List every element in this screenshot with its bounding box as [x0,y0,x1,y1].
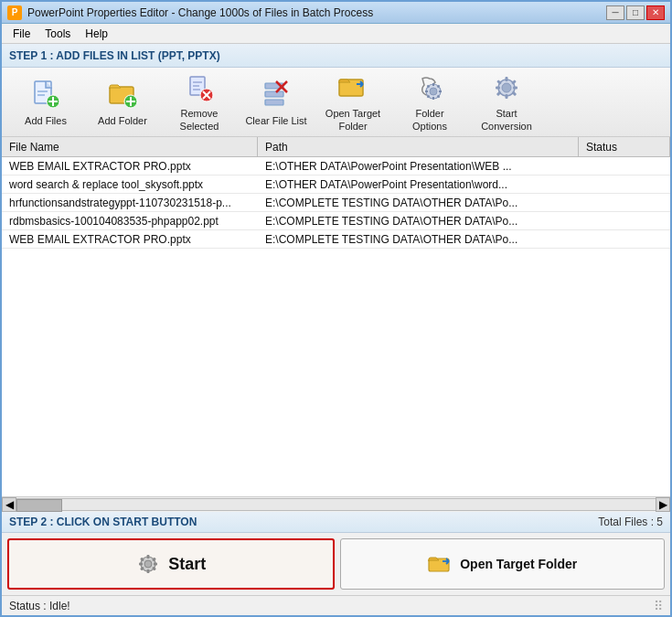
remove-selected-icon [181,71,218,104]
title-bar: P PowerPoint Properties Editor - Change … [2,2,670,24]
scroll-left-button[interactable]: ◀ [2,497,16,512]
status-bar: Status : Idle! ⠿ [2,595,670,615]
menu-file[interactable]: File [5,26,37,42]
table-row[interactable]: WEB EMAIL EXTRACTOR PRO.pptx E:\OTHER DA… [2,157,670,176]
add-folder-icon [104,77,141,112]
maximize-button[interactable]: □ [626,5,645,20]
cell-filename: word search & replace tool_skysoft.pptx [2,178,258,191]
step2-label: STEP 2 : CLICK ON START BUTTON [9,516,197,528]
remove-selected-button[interactable]: Remove Selected [163,72,236,133]
status-text: Status : Idle! [9,600,70,612]
svg-rect-49 [147,569,150,573]
scroll-right-button[interactable]: ▶ [656,497,670,512]
toolbar: Add Files Add Folder [2,68,670,137]
file-list-header: File Name Path Status [2,137,670,157]
table-row[interactable]: rdbmsbasics-100104083535-phpapp02.ppt E:… [2,212,670,230]
header-status: Status [579,137,670,156]
open-target-folder-button[interactable]: Open Target Folder [316,72,389,133]
open-target-folder-label: Open Target Folder [321,108,385,132]
svg-rect-50 [139,563,143,566]
menu-tools[interactable]: Tools [37,26,78,42]
scrollbar-thumb[interactable] [16,499,62,512]
svg-rect-18 [265,91,283,97]
cell-filename: WEB EMAIL EXTRACTOR PRO.pptx [2,233,258,246]
file-list-area: File Name Path Status WEB EMAIL EXTRACTO… [2,137,670,496]
open-target-folder-bottom-button[interactable]: Open Target Folder [340,538,666,590]
step1-label: STEP 1 : ADD FILES IN LIST (PPT, PPTX) [9,49,220,62]
cell-path: E:\COMPLETE TESTING DATA\OTHER DATA\Po..… [258,215,579,228]
svg-point-27 [430,88,437,95]
add-folder-button[interactable]: Add Folder [86,72,159,133]
svg-rect-48 [147,555,150,558]
main-window: P PowerPoint Properties Editor - Change … [0,0,672,617]
cell-filename: hrfunctionsandstrategyppt-110730231518-p… [2,197,258,209]
svg-rect-51 [154,563,157,566]
table-row[interactable]: hrfunctionsandstrategyppt-110730231518-p… [2,194,670,212]
scrollbar-track[interactable]: ◀ ▶ [2,497,670,512]
start-label: Start [168,555,206,574]
folder-options-label: Folder Options [398,108,462,132]
folder-options-icon [411,71,448,104]
svg-rect-19 [265,100,283,105]
app-icon: P [7,5,22,20]
clear-file-list-button[interactable]: Clear File List [240,72,313,133]
cell-path: E:\OTHER DATA\PowerPoint Presentation\WE… [258,160,579,173]
svg-rect-38 [506,77,508,81]
add-files-button[interactable]: Add Files [9,72,82,133]
start-conversion-label: Start Conversion [475,108,539,132]
add-folder-label: Add Folder [98,115,147,127]
cell-filename: rdbmsbasics-100104083535-phpapp02.ppt [2,215,258,228]
cell-path: E:\OTHER DATA\PowerPoint Presentation\wo… [258,178,579,191]
cell-filename: WEB EMAIL EXTRACTOR PRO.pptx [2,160,258,173]
svg-point-47 [144,560,152,568]
folder-options-button[interactable]: Folder Options [393,72,466,133]
bottom-buttons: Start Open Target Folder [2,533,670,595]
open-target-folder-icon [335,71,371,104]
minimize-button[interactable]: ─ [606,5,624,20]
start-button[interactable]: Start [7,538,335,590]
remove-selected-label: Remove Selected [167,108,231,132]
menu-help[interactable]: Help [78,26,115,42]
title-bar-left: P PowerPoint Properties Editor - Change … [7,5,373,20]
cell-path: E:\COMPLETE TESTING DATA\OTHER DATA\Po..… [258,197,579,209]
close-button[interactable]: ✕ [646,5,665,20]
svg-rect-41 [513,87,517,90]
window-title: PowerPoint Properties Editor - Change 10… [27,6,373,19]
svg-point-37 [502,83,511,92]
horizontal-scrollbar[interactable]: ◀ ▶ [2,496,670,511]
open-folder-icon [427,551,453,577]
add-files-icon [27,77,64,112]
header-filename: File Name [2,137,258,156]
file-list-body[interactable]: WEB EMAIL EXTRACTOR PRO.pptx E:\OTHER DA… [2,157,670,496]
svg-rect-40 [496,87,500,90]
menu-bar: File Tools Help [2,24,670,44]
total-files-label: Total Files : 5 [598,516,663,528]
step2-header: STEP 2 : CLICK ON START BUTTON Total Fil… [2,511,670,533]
title-bar-buttons: ─ □ ✕ [606,5,665,20]
table-row[interactable]: WEB EMAIL EXTRACTOR PRO.pptx E:\COMPLETE… [2,230,670,249]
start-conversion-icon [488,71,525,104]
clear-file-list-icon [258,77,294,112]
step1-header: STEP 1 : ADD FILES IN LIST (PPT, PPTX) [2,44,670,68]
scrollbar-track-inner[interactable] [16,498,656,511]
clear-file-list-label: Clear File List [245,115,306,127]
start-gear-icon [135,551,161,577]
start-conversion-button[interactable]: Start Conversion [470,72,543,133]
add-files-label: Add Files [25,115,67,127]
cell-path: E:\COMPLETE TESTING DATA\OTHER DATA\Po..… [258,233,579,246]
table-row[interactable]: word search & replace tool_skysoft.pptx … [2,176,670,194]
status-grip: ⠿ [654,599,663,613]
svg-rect-39 [506,94,508,99]
open-target-label: Open Target Folder [460,557,577,571]
header-path: Path [258,137,579,156]
